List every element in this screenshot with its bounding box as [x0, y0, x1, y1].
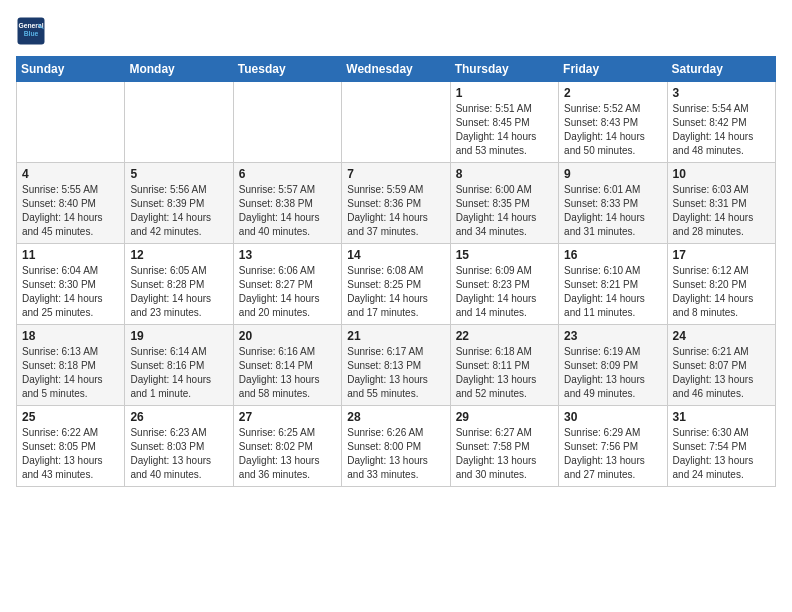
logo: General Blue	[16, 16, 46, 46]
day-number: 24	[673, 329, 770, 343]
day-info: Sunrise: 6:05 AM Sunset: 8:28 PM Dayligh…	[130, 264, 227, 320]
calendar-cell: 17Sunrise: 6:12 AM Sunset: 8:20 PM Dayli…	[667, 244, 775, 325]
day-number: 14	[347, 248, 444, 262]
calendar-header-wednesday: Wednesday	[342, 57, 450, 82]
day-number: 13	[239, 248, 336, 262]
day-info: Sunrise: 6:21 AM Sunset: 8:07 PM Dayligh…	[673, 345, 770, 401]
day-number: 26	[130, 410, 227, 424]
day-number: 7	[347, 167, 444, 181]
svg-text:Blue: Blue	[24, 30, 39, 37]
day-info: Sunrise: 5:54 AM Sunset: 8:42 PM Dayligh…	[673, 102, 770, 158]
day-info: Sunrise: 5:51 AM Sunset: 8:45 PM Dayligh…	[456, 102, 553, 158]
calendar-cell: 27Sunrise: 6:25 AM Sunset: 8:02 PM Dayli…	[233, 406, 341, 487]
calendar-cell: 13Sunrise: 6:06 AM Sunset: 8:27 PM Dayli…	[233, 244, 341, 325]
day-info: Sunrise: 5:56 AM Sunset: 8:39 PM Dayligh…	[130, 183, 227, 239]
calendar-cell	[233, 82, 341, 163]
calendar-cell: 18Sunrise: 6:13 AM Sunset: 8:18 PM Dayli…	[17, 325, 125, 406]
calendar-week-row: 11Sunrise: 6:04 AM Sunset: 8:30 PM Dayli…	[17, 244, 776, 325]
day-number: 3	[673, 86, 770, 100]
day-number: 29	[456, 410, 553, 424]
day-info: Sunrise: 6:03 AM Sunset: 8:31 PM Dayligh…	[673, 183, 770, 239]
day-info: Sunrise: 6:09 AM Sunset: 8:23 PM Dayligh…	[456, 264, 553, 320]
calendar-header-saturday: Saturday	[667, 57, 775, 82]
day-info: Sunrise: 6:06 AM Sunset: 8:27 PM Dayligh…	[239, 264, 336, 320]
calendar-cell: 10Sunrise: 6:03 AM Sunset: 8:31 PM Dayli…	[667, 163, 775, 244]
day-number: 27	[239, 410, 336, 424]
day-number: 19	[130, 329, 227, 343]
calendar-cell: 1Sunrise: 5:51 AM Sunset: 8:45 PM Daylig…	[450, 82, 558, 163]
day-info: Sunrise: 6:18 AM Sunset: 8:11 PM Dayligh…	[456, 345, 553, 401]
calendar-cell: 19Sunrise: 6:14 AM Sunset: 8:16 PM Dayli…	[125, 325, 233, 406]
day-info: Sunrise: 5:59 AM Sunset: 8:36 PM Dayligh…	[347, 183, 444, 239]
day-info: Sunrise: 6:01 AM Sunset: 8:33 PM Dayligh…	[564, 183, 661, 239]
calendar-table: SundayMondayTuesdayWednesdayThursdayFrid…	[16, 56, 776, 487]
calendar-header-friday: Friday	[559, 57, 667, 82]
day-info: Sunrise: 6:00 AM Sunset: 8:35 PM Dayligh…	[456, 183, 553, 239]
day-info: Sunrise: 6:12 AM Sunset: 8:20 PM Dayligh…	[673, 264, 770, 320]
day-info: Sunrise: 6:14 AM Sunset: 8:16 PM Dayligh…	[130, 345, 227, 401]
calendar-cell: 24Sunrise: 6:21 AM Sunset: 8:07 PM Dayli…	[667, 325, 775, 406]
day-info: Sunrise: 6:19 AM Sunset: 8:09 PM Dayligh…	[564, 345, 661, 401]
day-info: Sunrise: 5:55 AM Sunset: 8:40 PM Dayligh…	[22, 183, 119, 239]
day-number: 31	[673, 410, 770, 424]
day-info: Sunrise: 6:10 AM Sunset: 8:21 PM Dayligh…	[564, 264, 661, 320]
day-number: 4	[22, 167, 119, 181]
day-number: 5	[130, 167, 227, 181]
calendar-header-sunday: Sunday	[17, 57, 125, 82]
calendar-cell	[342, 82, 450, 163]
calendar-header-monday: Monday	[125, 57, 233, 82]
calendar-body: 1Sunrise: 5:51 AM Sunset: 8:45 PM Daylig…	[17, 82, 776, 487]
calendar-cell: 25Sunrise: 6:22 AM Sunset: 8:05 PM Dayli…	[17, 406, 125, 487]
calendar-cell: 7Sunrise: 5:59 AM Sunset: 8:36 PM Daylig…	[342, 163, 450, 244]
calendar-cell: 12Sunrise: 6:05 AM Sunset: 8:28 PM Dayli…	[125, 244, 233, 325]
day-info: Sunrise: 6:04 AM Sunset: 8:30 PM Dayligh…	[22, 264, 119, 320]
calendar-week-row: 1Sunrise: 5:51 AM Sunset: 8:45 PM Daylig…	[17, 82, 776, 163]
logo-icon: General Blue	[16, 16, 46, 46]
day-number: 6	[239, 167, 336, 181]
day-number: 23	[564, 329, 661, 343]
calendar-cell: 26Sunrise: 6:23 AM Sunset: 8:03 PM Dayli…	[125, 406, 233, 487]
calendar-header-row: SundayMondayTuesdayWednesdayThursdayFrid…	[17, 57, 776, 82]
calendar-cell: 20Sunrise: 6:16 AM Sunset: 8:14 PM Dayli…	[233, 325, 341, 406]
day-number: 11	[22, 248, 119, 262]
header: General Blue	[16, 16, 776, 46]
calendar-cell: 14Sunrise: 6:08 AM Sunset: 8:25 PM Dayli…	[342, 244, 450, 325]
day-info: Sunrise: 6:25 AM Sunset: 8:02 PM Dayligh…	[239, 426, 336, 482]
calendar-cell: 15Sunrise: 6:09 AM Sunset: 8:23 PM Dayli…	[450, 244, 558, 325]
calendar-cell: 3Sunrise: 5:54 AM Sunset: 8:42 PM Daylig…	[667, 82, 775, 163]
calendar-cell: 21Sunrise: 6:17 AM Sunset: 8:13 PM Dayli…	[342, 325, 450, 406]
calendar-week-row: 25Sunrise: 6:22 AM Sunset: 8:05 PM Dayli…	[17, 406, 776, 487]
day-info: Sunrise: 6:26 AM Sunset: 8:00 PM Dayligh…	[347, 426, 444, 482]
day-number: 20	[239, 329, 336, 343]
day-info: Sunrise: 6:17 AM Sunset: 8:13 PM Dayligh…	[347, 345, 444, 401]
calendar-cell: 9Sunrise: 6:01 AM Sunset: 8:33 PM Daylig…	[559, 163, 667, 244]
day-info: Sunrise: 6:29 AM Sunset: 7:56 PM Dayligh…	[564, 426, 661, 482]
day-number: 25	[22, 410, 119, 424]
calendar-cell: 16Sunrise: 6:10 AM Sunset: 8:21 PM Dayli…	[559, 244, 667, 325]
day-info: Sunrise: 6:08 AM Sunset: 8:25 PM Dayligh…	[347, 264, 444, 320]
calendar-week-row: 4Sunrise: 5:55 AM Sunset: 8:40 PM Daylig…	[17, 163, 776, 244]
calendar-cell: 28Sunrise: 6:26 AM Sunset: 8:00 PM Dayli…	[342, 406, 450, 487]
calendar-cell: 31Sunrise: 6:30 AM Sunset: 7:54 PM Dayli…	[667, 406, 775, 487]
calendar-cell: 8Sunrise: 6:00 AM Sunset: 8:35 PM Daylig…	[450, 163, 558, 244]
day-number: 30	[564, 410, 661, 424]
day-number: 18	[22, 329, 119, 343]
day-info: Sunrise: 5:52 AM Sunset: 8:43 PM Dayligh…	[564, 102, 661, 158]
calendar-cell: 22Sunrise: 6:18 AM Sunset: 8:11 PM Dayli…	[450, 325, 558, 406]
day-number: 10	[673, 167, 770, 181]
day-info: Sunrise: 6:13 AM Sunset: 8:18 PM Dayligh…	[22, 345, 119, 401]
calendar-cell	[17, 82, 125, 163]
day-number: 2	[564, 86, 661, 100]
day-number: 28	[347, 410, 444, 424]
calendar-week-row: 18Sunrise: 6:13 AM Sunset: 8:18 PM Dayli…	[17, 325, 776, 406]
day-info: Sunrise: 6:30 AM Sunset: 7:54 PM Dayligh…	[673, 426, 770, 482]
calendar-cell	[125, 82, 233, 163]
day-number: 22	[456, 329, 553, 343]
calendar-cell: 4Sunrise: 5:55 AM Sunset: 8:40 PM Daylig…	[17, 163, 125, 244]
day-number: 12	[130, 248, 227, 262]
calendar-cell: 6Sunrise: 5:57 AM Sunset: 8:38 PM Daylig…	[233, 163, 341, 244]
calendar-header-thursday: Thursday	[450, 57, 558, 82]
day-number: 21	[347, 329, 444, 343]
calendar-cell: 11Sunrise: 6:04 AM Sunset: 8:30 PM Dayli…	[17, 244, 125, 325]
calendar-header-tuesday: Tuesday	[233, 57, 341, 82]
